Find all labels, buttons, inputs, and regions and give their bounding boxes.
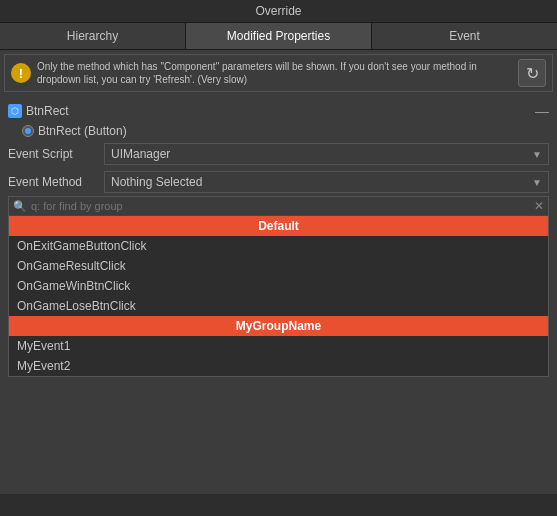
group-mygroupname-header: MyGroupName	[9, 316, 548, 336]
event-script-dropdown[interactable]: UIManager ▼	[104, 143, 549, 165]
search-row: 🔍 ✕	[9, 197, 548, 216]
event-script-value: UIManager	[111, 147, 170, 161]
tabs-row: Hierarchy Modified Properties Event	[0, 23, 557, 50]
object-name-row: ⬡ BtnRect	[8, 104, 69, 118]
dropdown-panel: 🔍 ✕ Default OnExitGameButtonClick OnGame…	[8, 196, 549, 377]
event-script-arrow: ▼	[532, 149, 542, 160]
warning-icon: !	[11, 63, 31, 83]
event-method-value: Nothing Selected	[111, 175, 202, 189]
search-icon: 🔍	[13, 200, 27, 213]
top-bar: Override	[0, 0, 557, 23]
event-method-row: Event Method Nothing Selected ▼	[6, 168, 551, 196]
tab-hierarchy[interactable]: Hierarchy	[0, 23, 186, 49]
tab-modified-properties[interactable]: Modified Properties	[186, 23, 372, 49]
sub-item-label: BtnRect (Button)	[38, 124, 127, 138]
list-item[interactable]: MyEvent2	[9, 356, 548, 376]
radio-dot	[22, 125, 34, 137]
object-name-label: BtnRect	[26, 104, 69, 118]
event-method-dropdown[interactable]: Nothing Selected ▼	[104, 171, 549, 193]
list-item[interactable]: OnGameWinBtnClick	[9, 276, 548, 296]
search-input[interactable]	[31, 200, 530, 212]
event-method-arrow: ▼	[532, 177, 542, 188]
object-header: ⬡ BtnRect —	[6, 100, 551, 122]
list-item[interactable]: OnExitGameButtonClick	[9, 236, 548, 256]
event-script-label: Event Script	[8, 147, 98, 161]
event-script-row: Event Script UIManager ▼	[6, 140, 551, 168]
refresh-button[interactable]: ↻	[518, 59, 546, 87]
list-item[interactable]: OnGameResultClick	[9, 256, 548, 276]
warning-text: Only the method which has "Component" pa…	[37, 60, 512, 86]
collapse-button[interactable]: —	[535, 103, 549, 119]
object-icon: ⬡	[8, 104, 22, 118]
override-title: Override	[255, 4, 301, 18]
close-icon[interactable]: ✕	[534, 199, 544, 213]
tab-event[interactable]: Event	[372, 23, 557, 49]
list-item[interactable]: MyEvent1	[9, 336, 548, 356]
warning-bar: ! Only the method which has "Component" …	[4, 54, 553, 92]
sub-item-row: BtnRect (Button)	[6, 122, 551, 140]
event-method-label: Event Method	[8, 175, 98, 189]
group-default-header: Default	[9, 216, 548, 236]
panel: ⬡ BtnRect — BtnRect (Button) Event Scrip…	[0, 96, 557, 381]
bottom-bar	[0, 494, 557, 516]
list-item[interactable]: OnGameLoseBtnClick	[9, 296, 548, 316]
